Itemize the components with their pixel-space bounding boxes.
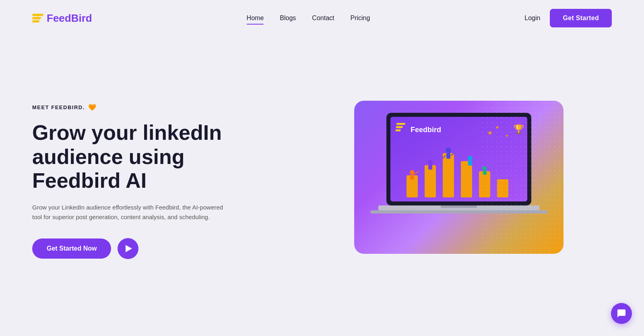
svg-rect-3 — [396, 123, 405, 125]
nav-item-home[interactable]: Home — [247, 15, 264, 22]
nav-item-contact[interactable]: Contact — [312, 15, 334, 22]
svg-point-17 — [446, 147, 451, 153]
svg-rect-5 — [395, 129, 401, 131]
nav-item-blogs[interactable]: Blogs — [280, 15, 296, 22]
svg-rect-8 — [425, 165, 436, 197]
svg-text:★: ★ — [487, 129, 493, 136]
svg-text:Feedbird: Feedbird — [411, 126, 441, 134]
svg-rect-31 — [370, 210, 547, 214]
svg-rect-11 — [479, 171, 490, 197]
svg-rect-24 — [468, 161, 472, 166]
play-video-button[interactable] — [118, 238, 138, 259]
nav-item-pricing[interactable]: Pricing — [350, 15, 370, 22]
svg-rect-26 — [483, 170, 487, 175]
hero-title: Grow your linkedIn audience using Feedbi… — [32, 121, 274, 193]
nav-link-home[interactable]: Home — [247, 15, 264, 23]
hero-content: MEET FEEDBIRD. 🧡 Grow your linkedIn audi… — [32, 95, 274, 259]
get-started-now-button[interactable]: Get Started Now — [32, 239, 111, 259]
get-started-button[interactable]: Get Started — [550, 9, 612, 27]
svg-point-25 — [483, 166, 487, 170]
svg-point-27 — [410, 170, 415, 175]
logo-text: FeedBird — [47, 12, 92, 25]
svg-text:★: ★ — [495, 124, 500, 130]
nav-links: Home Blogs Contact Pricing — [247, 15, 370, 22]
svg-rect-4 — [396, 126, 403, 128]
svg-rect-32 — [441, 205, 477, 208]
svg-point-23 — [468, 156, 473, 161]
chat-widget[interactable] — [611, 303, 632, 324]
chat-icon — [617, 309, 626, 318]
nav-right: Login Get Started — [524, 9, 612, 27]
svg-text:★: ★ — [505, 133, 509, 138]
hero-image: Feedbird ★ ★ ★ 🏆 — [306, 101, 612, 254]
svg-point-21 — [428, 160, 433, 165]
nav-link-pricing[interactable]: Pricing — [350, 15, 370, 23]
nav-link-contact[interactable]: Contact — [312, 15, 334, 23]
svg-rect-9 — [443, 153, 454, 197]
svg-rect-10 — [461, 161, 472, 197]
login-link[interactable]: Login — [524, 15, 540, 22]
heart-icon: 🧡 — [88, 104, 97, 111]
laptop-svg: Feedbird ★ ★ ★ 🏆 — [362, 109, 555, 246]
svg-text:🏆: 🏆 — [513, 124, 524, 135]
nav-link-blogs[interactable]: Blogs — [280, 15, 296, 23]
svg-rect-18 — [446, 153, 450, 159]
hero-actions: Get Started Now — [32, 238, 274, 259]
svg-rect-12 — [497, 179, 508, 197]
logo[interactable]: FeedBird — [32, 12, 92, 25]
svg-rect-28 — [410, 175, 414, 180]
hero-description: Grow your LinkedIn audience effortlessly… — [32, 203, 233, 222]
svg-rect-22 — [428, 165, 432, 170]
navbar: FeedBird Home Blogs Contact Pricing Logi… — [0, 0, 644, 36]
hero-section: MEET FEEDBIRD. 🧡 Grow your linkedIn audi… — [0, 36, 644, 318]
hero-illustration: Feedbird ★ ★ ★ 🏆 — [354, 101, 564, 254]
meet-label-text: MEET FEEDBIRD. — [32, 104, 85, 110]
meet-label: MEET FEEDBIRD. 🧡 — [32, 104, 274, 111]
logo-icon — [32, 14, 43, 23]
